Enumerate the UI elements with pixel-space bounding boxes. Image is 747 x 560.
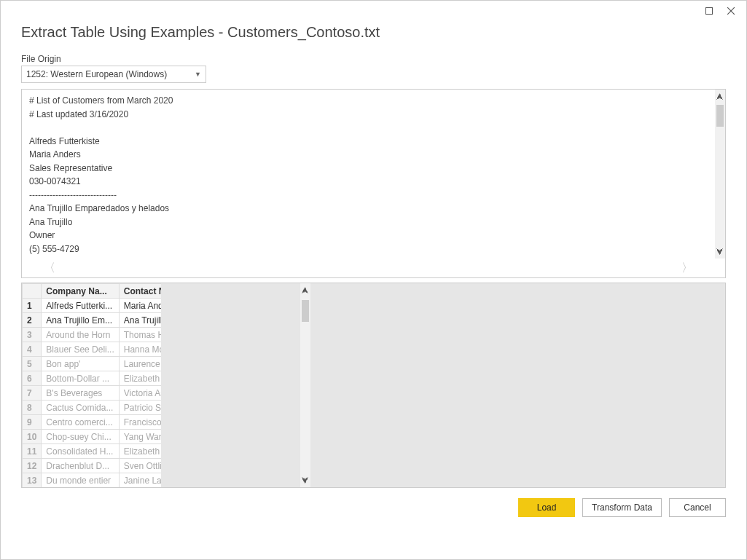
scroll-thumb[interactable] — [302, 300, 309, 322]
company-cell[interactable]: B's Beverages — [42, 386, 119, 401]
load-button[interactable]: Load — [518, 498, 575, 517]
preview-horizontal-scrollbar[interactable]: 〈 〉 — [22, 259, 715, 277]
scroll-left-icon[interactable]: 〈 — [44, 261, 55, 276]
company-cell[interactable]: Blauer See Deli... — [42, 342, 119, 357]
table-row[interactable]: 10Chop-suey Chi...Yang Wang — [23, 430, 161, 444]
table-row[interactable]: 13Du monde entierJanine LabruneOwner — [23, 473, 161, 488]
table-row[interactable]: 4Blauer See Deli...Hanna Moos — [23, 342, 161, 357]
table-row[interactable]: 9Centro comerci...Francisco Chang — [23, 415, 161, 430]
table-row[interactable]: 3Around the HornThomas Hardy — [23, 328, 161, 342]
table-row[interactable]: 2Ana Trujillo Em...Ana TrujilloOw — [23, 313, 161, 328]
row-number-cell: 8 — [23, 401, 42, 415]
scroll-down-icon[interactable]: ⮟ — [716, 245, 724, 259]
company-cell[interactable]: Bon app' — [42, 357, 119, 371]
row-number-cell: 3 — [23, 328, 42, 342]
table-row[interactable]: 1Alfreds Futterki...Maria AndersSales Re… — [23, 299, 161, 313]
contact-cell[interactable]: Janine Labrune — [119, 473, 161, 488]
contact-cell[interactable]: Patricio Simpson — [119, 401, 161, 415]
row-number-cell: 4 — [23, 342, 42, 357]
chevron-down-icon: ▼ — [195, 71, 201, 78]
contact-cell[interactable]: Maria Anders — [119, 299, 161, 313]
table-vertical-scrollbar[interactable]: ⮝ ⮟ — [300, 283, 310, 487]
row-number-cell: 1 — [23, 299, 42, 313]
row-number-cell: 10 — [23, 430, 42, 444]
contact-cell[interactable]: Thomas Hardy — [119, 328, 161, 342]
row-number-cell: 7 — [23, 386, 42, 401]
table-row[interactable]: 7B's BeveragesVictoria Ashwo... — [23, 386, 161, 401]
table-empty-area — [161, 283, 300, 487]
scroll-up-icon[interactable]: ⮝ — [302, 283, 309, 297]
table-row[interactable]: 6Bottom-Dollar ...Elizabeth Lincoln — [23, 371, 161, 386]
company-cell[interactable]: Drachenblut D... — [42, 459, 119, 473]
company-cell[interactable]: Du monde entier — [42, 473, 119, 488]
cancel-button[interactable]: Cancel — [669, 498, 726, 517]
company-cell[interactable]: Consolidated H... — [42, 444, 119, 459]
company-cell[interactable]: Chop-suey Chi... — [42, 430, 119, 444]
row-number-cell: 12 — [23, 459, 42, 473]
row-number-cell: 11 — [23, 444, 42, 459]
contact-cell[interactable]: Elizabeth Brown — [119, 444, 161, 459]
dialog-footer: Load Transform Data Cancel — [21, 488, 726, 517]
company-cell[interactable]: Bottom-Dollar ... — [42, 371, 119, 386]
dialog-window: Extract Table Using Examples - Customers… — [0, 0, 747, 560]
table-row[interactable]: 5Bon app'Laurence Lebih... — [23, 357, 161, 371]
contact-cell[interactable]: Ana Trujillo — [119, 313, 161, 328]
example-table[interactable]: Company Na... Contact Name Contact Title… — [22, 283, 161, 487]
row-number-cell: 9 — [23, 415, 42, 430]
company-cell[interactable]: Alfreds Futterki... — [42, 299, 119, 313]
row-number-cell: 2 — [23, 313, 42, 328]
maximize-icon[interactable] — [698, 3, 720, 19]
titlebar — [1, 1, 746, 21]
row-number-cell: 5 — [23, 357, 42, 371]
contact-cell[interactable]: Francisco Chang — [119, 415, 161, 430]
preview-vertical-scrollbar[interactable]: ⮝ ⮟ — [715, 90, 725, 259]
row-number-header — [23, 284, 42, 299]
table-row[interactable]: 11Consolidated H...Elizabeth BrownSales … — [23, 444, 161, 459]
contact-cell[interactable]: Laurence Lebih... — [119, 357, 161, 371]
file-origin-dropdown[interactable]: 1252: Western European (Windows) ▼ — [21, 66, 206, 83]
scroll-down-icon[interactable]: ⮟ — [302, 473, 309, 487]
contact-cell[interactable]: Victoria Ashwo... — [119, 386, 161, 401]
company-cell[interactable]: Ana Trujillo Em... — [42, 313, 119, 328]
file-origin-selected: 1252: Western European (Windows) — [26, 69, 167, 79]
contact-cell[interactable]: Elizabeth Lincoln — [119, 371, 161, 386]
table-row[interactable]: 8Cactus Comida...Patricio Simpson — [23, 401, 161, 415]
close-icon[interactable] — [720, 3, 742, 19]
table-header-row: Company Na... Contact Name Contact Title… — [23, 284, 161, 299]
row-number-cell: 13 — [23, 473, 42, 488]
column-header-contact[interactable]: Contact Name — [119, 284, 161, 299]
company-cell[interactable]: Cactus Comida... — [42, 401, 119, 415]
scroll-up-icon[interactable]: ⮝ — [716, 90, 724, 103]
company-cell[interactable]: Centro comerci... — [42, 415, 119, 430]
scroll-right-icon[interactable]: 〉 — [681, 261, 693, 276]
row-number-cell: 6 — [23, 371, 42, 386]
file-origin-label: File Origin — [21, 54, 726, 64]
contact-cell[interactable]: Yang Wang — [119, 430, 161, 444]
scroll-thumb[interactable] — [716, 105, 724, 127]
text-preview-pane: # List of Customers from March 2020 # La… — [21, 89, 726, 278]
contact-cell[interactable]: Sven Ottlieb — [119, 459, 161, 473]
company-cell[interactable]: Around the Horn — [42, 328, 119, 342]
text-preview-content[interactable]: # List of Customers from March 2020 # La… — [22, 90, 725, 259]
transform-data-button[interactable]: Transform Data — [582, 498, 662, 517]
dialog-title: Extract Table Using Examples - Customers… — [21, 24, 726, 41]
column-header-company[interactable]: Company Na... — [42, 284, 119, 299]
contact-cell[interactable]: Hanna Moos — [119, 342, 161, 357]
example-table-pane: Company Na... Contact Name Contact Title… — [21, 283, 726, 488]
svg-rect-0 — [706, 8, 713, 15]
table-row[interactable]: 12Drachenblut D...Sven OttliebOrder Admi… — [23, 459, 161, 473]
